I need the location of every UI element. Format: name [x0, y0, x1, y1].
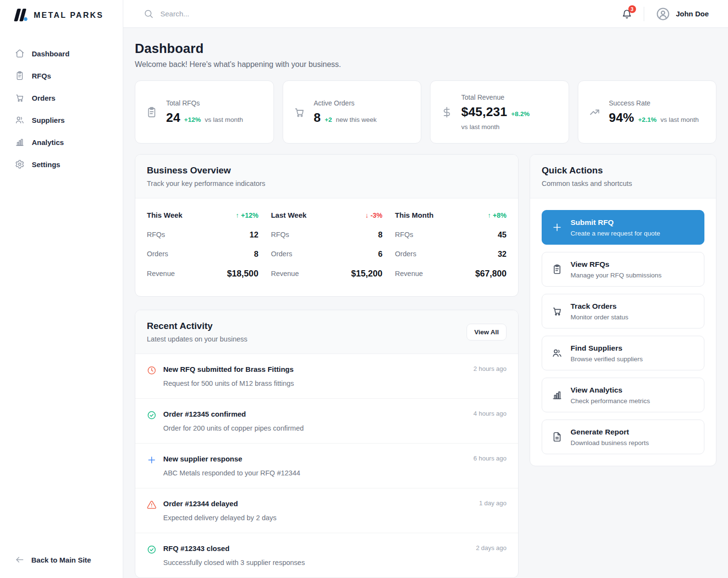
bar-chart-icon [15, 137, 25, 147]
bo-row-label: Orders [271, 250, 292, 258]
sidebar-item-dashboard[interactable]: Dashboard [0, 44, 123, 63]
track-orders-button[interactable]: Track Orders Monitor order status [542, 294, 704, 328]
bo-period-label: Last Week [271, 211, 307, 219]
cart-icon [552, 306, 562, 316]
activity-item[interactable]: Order #12345 confirmed 4 hours ago Order… [135, 399, 518, 444]
activity-description: Request for 500 units of M12 brass fitti… [163, 380, 507, 387]
bo-column-last-week: Last Week ↓ -3% RFQs8 Orders6 Revenue$15… [271, 204, 383, 284]
brand-logo[interactable]: METAL PARKS [0, 0, 123, 30]
activity-item[interactable]: New supplier response 6 hours ago ABC Me… [135, 444, 518, 488]
stat-value: 94% [609, 110, 635, 125]
activity-list: New RFQ submitted for Brass Fittings 2 h… [135, 354, 518, 578]
topbar-right: 3 John Doe [622, 7, 709, 21]
quick-actions-header: Quick Actions Common tasks and shortcuts [530, 155, 716, 198]
business-overview-header: Business Overview Track your key perform… [135, 155, 518, 198]
stat-card-total-revenue: Total Revenue $45,231 +8.2% vs last mont… [430, 80, 569, 144]
home-icon [15, 49, 25, 58]
submit-rfq-button[interactable]: Submit RFQ Create a new request for quot… [542, 210, 704, 245]
stat-card-active-orders: Active Orders 8 +2 new this week [283, 80, 422, 144]
bo-row-value: 8 [378, 230, 382, 239]
recent-activity-card: Recent Activity Latest updates on your b… [135, 310, 519, 578]
bo-row-value: 45 [498, 230, 507, 239]
section-title: Recent Activity [147, 321, 247, 331]
quick-action-description: Browse verified suppliers [571, 355, 643, 363]
stat-delta: +2.1% [638, 116, 657, 123]
bar-chart-icon [552, 390, 562, 400]
activity-description: Successfully closed with 3 supplier resp… [163, 559, 507, 566]
activity-time: 6 hours ago [473, 455, 507, 462]
search-input[interactable] [160, 10, 363, 18]
stat-label: Total Revenue [461, 93, 558, 101]
topbar: 3 John Doe [123, 0, 728, 28]
arrow-down-icon: ↓ [365, 211, 369, 219]
quick-action-title: Submit RFQ [571, 218, 660, 227]
bo-row-value: 8 [254, 250, 258, 259]
notifications-button[interactable]: 3 [622, 9, 632, 19]
stat-value: 24 [166, 110, 180, 125]
back-to-main-site-link[interactable]: Back to Main Site [0, 555, 123, 578]
section-title: Business Overview [147, 165, 507, 176]
activity-title: New RFQ submitted for Brass Fittings [163, 365, 461, 373]
quick-action-description: Create a new request for quote [571, 230, 660, 237]
quick-action-description: Check performance metrics [571, 397, 650, 405]
sidebar-item-suppliers[interactable]: Suppliers [0, 111, 123, 129]
bo-row-value: $67,800 [475, 269, 507, 279]
divider [644, 7, 644, 21]
view-rfqs-button[interactable]: View RFQs Manage your RFQ submissions [542, 252, 704, 287]
cart-icon [294, 106, 305, 118]
view-all-button[interactable]: View All [467, 324, 507, 341]
arrow-up-icon: ↑ [488, 211, 491, 219]
arrow-left-icon [15, 555, 25, 565]
stat-card-success-rate: Success Rate 94% +2.1% vs last month [578, 80, 717, 144]
stat-label: Active Orders [314, 99, 377, 107]
user-avatar[interactable] [656, 7, 670, 21]
sidebar-item-label: RFQs [32, 72, 51, 80]
sidebar-item-rfqs[interactable]: RFQs [0, 66, 123, 85]
stat-label: Success Rate [609, 99, 699, 107]
back-to-main-site-label: Back to Main Site [31, 556, 91, 564]
quick-action-title: Track Orders [571, 302, 628, 311]
quick-action-title: Generate Report [571, 428, 649, 436]
stat-label: Total RFQs [166, 99, 243, 107]
bo-row-label: RFQs [271, 231, 289, 238]
trending-up-icon [589, 106, 600, 118]
business-overview-card: Business Overview Track your key perform… [135, 154, 519, 297]
quick-action-description: Manage your RFQ submissions [571, 272, 662, 279]
clipboard-icon [15, 71, 25, 80]
bo-row-value: $18,500 [227, 269, 259, 279]
find-suppliers-button[interactable]: Find Suppliers Browse verified suppliers [542, 336, 704, 370]
activity-item[interactable]: RFQ #12343 closed 2 days ago Successfull… [135, 533, 518, 578]
users-icon [552, 348, 562, 358]
activity-item[interactable]: Order #12344 delayed 1 day ago Expected … [135, 488, 518, 533]
user-name[interactable]: John Doe [676, 10, 709, 18]
sidebar-item-orders[interactable]: Orders [0, 89, 123, 107]
sidebar-item-analytics[interactable]: Analytics [0, 133, 123, 151]
section-title: Quick Actions [542, 165, 704, 176]
generate-report-button[interactable]: Generate Report Download business report… [542, 420, 704, 454]
sidebar-item-settings[interactable]: Settings [0, 155, 123, 173]
bo-row-label: Revenue [395, 270, 423, 277]
section-subtitle: Common tasks and shortcuts [542, 180, 704, 187]
page-subtitle: Welcome back! Here's what's happening wi… [135, 60, 716, 69]
view-analytics-button[interactable]: View Analytics Check performance metrics [542, 378, 704, 412]
stat-delta: +12% [184, 116, 201, 123]
sidebar-item-label: Settings [32, 160, 60, 169]
bo-delta-value: -3% [370, 211, 382, 219]
sidebar: METAL PARKS Dashboard RFQs Orders Suppli… [0, 0, 123, 578]
bo-period-label: This Month [395, 211, 433, 219]
stat-note: vs last month [205, 116, 243, 123]
activity-time: 1 day ago [479, 499, 507, 507]
search-bar [143, 9, 622, 19]
check-circle-icon [147, 410, 156, 420]
plus-icon [552, 222, 562, 233]
file-icon [552, 432, 562, 442]
bo-row-value: 12 [249, 230, 258, 239]
users-icon [15, 115, 25, 125]
activity-item[interactable]: New RFQ submitted for Brass Fittings 2 h… [135, 354, 518, 399]
clipboard-icon [552, 264, 562, 275]
bo-row-label: RFQs [395, 231, 413, 238]
activity-time: 4 hours ago [473, 410, 507, 417]
bo-row-value: 6 [378, 250, 382, 259]
activity-title: Order #12344 delayed [163, 499, 467, 508]
activity-time: 2 days ago [476, 544, 507, 552]
